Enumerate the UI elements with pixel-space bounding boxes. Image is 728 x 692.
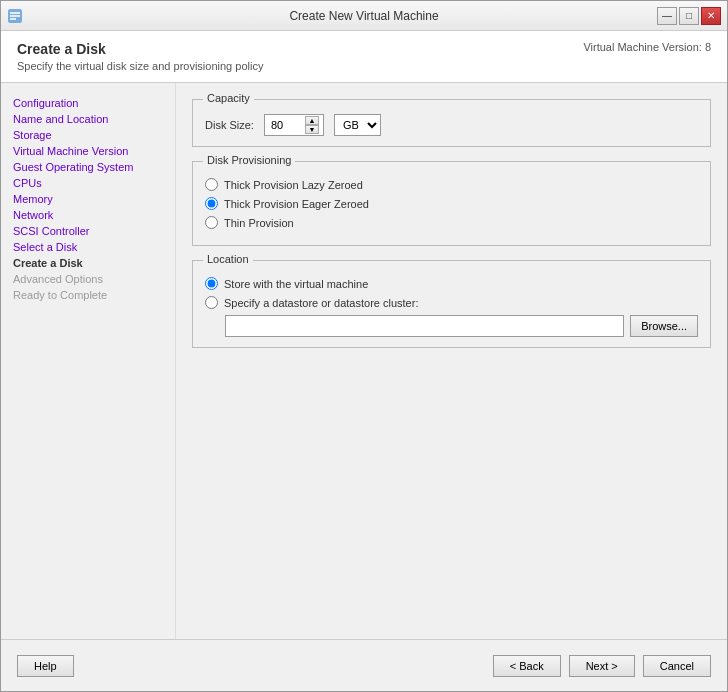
window-title: Create New Virtual Machine (289, 9, 438, 23)
content-area: Capacity Disk Size: ▲ ▼ MB GB TB (176, 83, 727, 639)
capacity-group: Capacity Disk Size: ▲ ▼ MB GB TB (192, 99, 711, 147)
location-input-row: Browse... (225, 315, 698, 337)
page-header: Create a Disk Specify the virtual disk s… (1, 31, 727, 83)
header-version: Virtual Machine Version: 8 (583, 41, 711, 53)
title-bar-controls: — □ ✕ (657, 7, 721, 25)
radio-store-with-vm-input[interactable] (205, 277, 218, 290)
close-button[interactable]: ✕ (701, 7, 721, 25)
sidebar-item-storage[interactable]: Storage (9, 127, 167, 143)
next-button[interactable]: Next > (569, 655, 635, 677)
sidebar-item-select-a-disk[interactable]: Select a Disk (9, 239, 167, 255)
sidebar-item-configuration[interactable]: Configuration (9, 95, 167, 111)
location-group-title: Location (203, 253, 253, 265)
radio-thin-input[interactable] (205, 216, 218, 229)
sidebar-item-guest-operating-system[interactable]: Guest Operating System (9, 159, 167, 175)
header-subtitle: Specify the virtual disk size and provis… (17, 60, 263, 72)
radio-thin-label[interactable]: Thin Provision (224, 217, 294, 229)
svg-rect-1 (10, 12, 20, 14)
radio-thick-eager: Thick Provision Eager Zeroed (205, 197, 698, 210)
radio-thick-lazy: Thick Provision Lazy Zeroed (205, 178, 698, 191)
capacity-group-title: Capacity (203, 92, 254, 104)
browse-button[interactable]: Browse... (630, 315, 698, 337)
sidebar-item-advanced-options: Advanced Options (9, 271, 167, 287)
disk-size-label: Disk Size: (205, 119, 254, 131)
svg-rect-3 (10, 18, 16, 20)
footer: Help < Back Next > Cancel (1, 639, 727, 691)
sidebar-item-ready-to-complete: Ready to Complete (9, 287, 167, 303)
back-button[interactable]: < Back (493, 655, 561, 677)
header-title: Create a Disk (17, 41, 263, 57)
radio-store-with-vm: Store with the virtual machine (205, 277, 698, 290)
title-bar: Create New Virtual Machine — □ ✕ (1, 1, 727, 31)
sidebar-item-network[interactable]: Network (9, 207, 167, 223)
disk-unit-select[interactable]: MB GB TB (334, 114, 381, 136)
minimize-button[interactable]: — (657, 7, 677, 25)
main-content: Configuration Name and Location Storage … (1, 83, 727, 639)
location-group: Location Store with the virtual machine … (192, 260, 711, 348)
sidebar: Configuration Name and Location Storage … (1, 83, 176, 639)
radio-thick-lazy-label[interactable]: Thick Provision Lazy Zeroed (224, 179, 363, 191)
main-window: Create New Virtual Machine — □ ✕ Create … (0, 0, 728, 692)
footer-right: < Back Next > Cancel (493, 655, 711, 677)
disk-size-input-wrapper: ▲ ▼ (264, 114, 324, 136)
radio-thin: Thin Provision (205, 216, 698, 229)
sidebar-item-virtual-machine-version[interactable]: Virtual Machine Version (9, 143, 167, 159)
radio-thick-lazy-input[interactable] (205, 178, 218, 191)
spin-down-button[interactable]: ▼ (305, 125, 319, 134)
capacity-row: Disk Size: ▲ ▼ MB GB TB (205, 114, 698, 136)
sidebar-item-scsi-controller[interactable]: SCSI Controller (9, 223, 167, 239)
sidebar-item-cpus[interactable]: CPUs (9, 175, 167, 191)
radio-store-with-vm-label[interactable]: Store with the virtual machine (224, 278, 368, 290)
datastore-path-input[interactable] (225, 315, 624, 337)
title-bar-left (7, 8, 23, 24)
spin-up-button[interactable]: ▲ (305, 116, 319, 125)
app-icon (7, 8, 23, 24)
sidebar-item-memory[interactable]: Memory (9, 191, 167, 207)
sidebar-item-name-and-location[interactable]: Name and Location (9, 111, 167, 127)
cancel-button[interactable]: Cancel (643, 655, 711, 677)
maximize-button[interactable]: □ (679, 7, 699, 25)
sidebar-item-create-a-disk: Create a Disk (9, 255, 167, 271)
disk-provisioning-title: Disk Provisioning (203, 154, 295, 166)
footer-left: Help (17, 655, 74, 677)
spin-buttons: ▲ ▼ (305, 116, 319, 134)
svg-rect-2 (10, 15, 20, 17)
radio-specify-datastore-input[interactable] (205, 296, 218, 309)
help-button[interactable]: Help (17, 655, 74, 677)
header-left: Create a Disk Specify the virtual disk s… (17, 41, 263, 72)
radio-thick-eager-label[interactable]: Thick Provision Eager Zeroed (224, 198, 369, 210)
radio-specify-datastore: Specify a datastore or datastore cluster… (205, 296, 698, 309)
disk-provisioning-group: Disk Provisioning Thick Provision Lazy Z… (192, 161, 711, 246)
disk-size-field[interactable] (269, 117, 305, 133)
radio-specify-datastore-label[interactable]: Specify a datastore or datastore cluster… (224, 297, 418, 309)
radio-thick-eager-input[interactable] (205, 197, 218, 210)
